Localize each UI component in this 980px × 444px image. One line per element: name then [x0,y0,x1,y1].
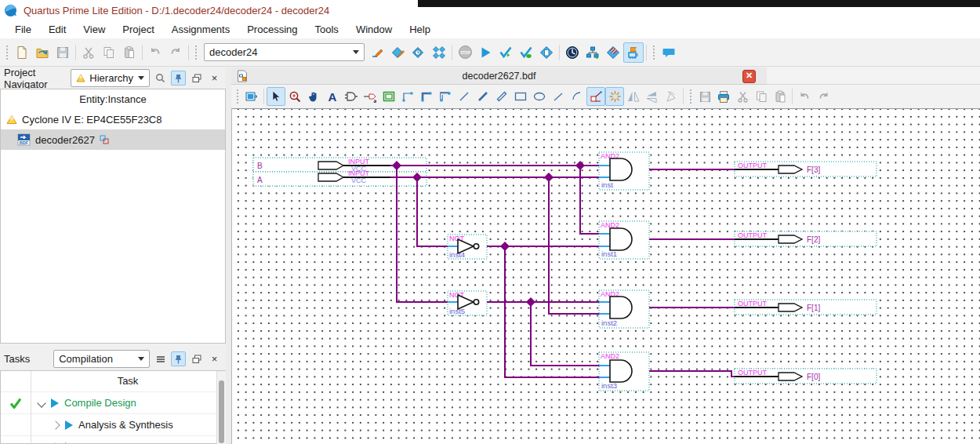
print-button[interactable] [714,87,733,106]
close-panel-button[interactable]: × [207,71,222,86]
menu-edit[interactable]: Edit [40,22,74,37]
copy-button[interactable] [99,42,119,63]
paste-button[interactable] [119,42,140,63]
timing-analyzer-button[interactable] [562,42,583,63]
start-analysis-synthesis-button[interactable] [495,42,516,63]
settings-editor-button[interactable] [388,42,408,63]
float-panel-button[interactable] [189,71,204,86]
copy-button[interactable] [752,87,771,106]
rectangle-tool-button[interactable] [511,87,530,106]
settings-button[interactable] [368,42,388,63]
svg-text:A[interactable]: A [257,176,263,184]
menu-window[interactable]: Window [347,22,401,37]
task-row-compile-design[interactable]: Compile Design [1,391,225,413]
chevron-right-icon[interactable] [51,420,60,429]
bus-line-tool-button[interactable] [474,87,492,106]
svg-text:inst1[interactable]: inst1 [601,249,617,258]
menu-assignments[interactable]: Assignments [163,22,238,37]
cut-button[interactable] [733,87,752,106]
scrollbar-thumb[interactable] [219,380,224,443]
close-document-button[interactable]: ✕ [742,70,756,83]
svg-text:F[0][interactable]: F[0] [807,373,820,381]
not-gate-inst5[interactable]: NOT inst5 [448,291,487,315]
timing-constraints-button[interactable] [408,42,429,63]
save-button[interactable] [53,42,73,63]
programmer-button[interactable] [623,42,644,63]
output-pin-f2[interactable]: OUTPUT F[2] [735,231,877,246]
cut-button[interactable] [78,42,99,63]
rubberbanding-toggle-button[interactable] [586,87,605,106]
tree-item-decoder2627[interactable]: BDF decoder2627 [1,129,225,150]
partial-line-selection-toggle-button[interactable] [605,87,624,106]
panel-splitter[interactable] [226,67,231,444]
symbol-tool-button[interactable] [342,87,361,106]
wire-network[interactable] [390,161,735,377]
panel-menu-button[interactable] [153,351,168,366]
search-button[interactable] [153,71,168,86]
pin-planner-button[interactable] [603,42,623,63]
and-gate-inst1[interactable]: AND2 inst1 [599,221,649,259]
menu-processing[interactable]: Processing [238,22,306,37]
output-pin-f0[interactable]: OUTPUT F[0] [735,369,877,384]
pin-panel-button[interactable] [171,71,186,86]
zoom-tool-button[interactable] [285,87,304,106]
assignment-editor-button[interactable] [429,42,449,63]
toolbar-drag-handle[interactable] [688,88,693,105]
orthogonal-node-tool-button[interactable] [398,87,417,106]
start-compilation-button[interactable] [475,42,495,63]
close-panel-button[interactable]: × [207,351,222,366]
run-task-icon[interactable] [65,420,73,430]
block-tool-button[interactable] [379,87,398,106]
save-button[interactable] [695,87,714,106]
flip-vertical-button[interactable] [643,87,662,106]
rotate-90-button[interactable] [662,87,681,106]
orthogonal-bus-tool-button[interactable] [417,87,436,106]
conduit-line-tool-button[interactable] [492,87,511,106]
undo-button[interactable] [145,42,165,63]
svg-text:inst[interactable]: inst [601,180,613,189]
and-gate-inst[interactable]: AND2 inst [599,152,649,190]
float-panel-button[interactable] [189,351,204,366]
menu-file[interactable]: File [6,22,40,37]
output-pin-f3[interactable]: OUTPUT F[3] [735,162,877,177]
schematic-drawing[interactable]: B INPUT VCC A INPUT VCC [232,109,980,444]
svg-text:B[interactable]: B [257,162,263,170]
svg-text:F[2][interactable]: F[2] [807,235,820,244]
detach-window-button[interactable] [242,87,261,106]
toolbar-drag-handle[interactable] [5,44,9,61]
navigator-mode-combobox[interactable]: Hierarchy [71,69,150,87]
svg-text:F[3][interactable]: F[3] [807,166,820,174]
start-elaboration-button[interactable] [516,42,536,63]
pan-tool-button[interactable] [304,87,323,106]
arc-tool-button[interactable] [568,87,586,106]
svg-text:inst3[interactable]: inst3 [601,381,617,390]
not-gate-inst4[interactable]: NOT inst4 [448,235,487,259]
and-gate-inst2[interactable]: AND2 inst2 [599,290,649,328]
toolbar-drag-handle[interactable] [194,44,198,61]
rapid-recompile-button[interactable] [536,42,557,63]
line-tool-button[interactable] [549,87,568,106]
schematic-canvas[interactable]: B INPUT VCC A INPUT VCC [231,108,980,444]
task-row-analysis-synthesis[interactable]: Analysis & Synthesis [1,413,225,435]
menu-project[interactable]: Project [114,22,162,37]
task-row-partial[interactable]: Fitter (Place & Route) [1,435,225,444]
task-flow-combobox[interactable]: Compilation [53,350,150,368]
redo-button[interactable] [814,87,833,106]
pin-panel-button[interactable] [171,351,186,366]
toolbar-drag-handle[interactable] [235,88,240,105]
svg-text:F[1][interactable]: F[1] [807,304,820,312]
stop-processing-button[interactable]: STOP [455,42,475,63]
flip-horizontal-button[interactable] [624,87,643,106]
open-file-button[interactable] [32,42,53,63]
orthogonal-conduit-tool-button[interactable] [436,87,455,106]
text-tool-button[interactable]: A [323,87,342,106]
svg-text:inst2[interactable]: inst2 [601,318,617,327]
tree-item-device[interactable]: Cyclone IV E: EP4CE55F23C8 [1,109,225,129]
and-gate-inst3[interactable]: AND2 inst3 [599,352,649,391]
project-selector-combobox[interactable]: decoder24 [204,43,365,61]
node-line-tool-button[interactable] [455,87,474,106]
document-tab-title[interactable]: decoder2627.bdf [231,71,767,82]
ellipse-tool-button[interactable] [530,87,549,106]
run-task-icon[interactable] [51,399,59,408]
new-file-button[interactable] [12,42,32,63]
